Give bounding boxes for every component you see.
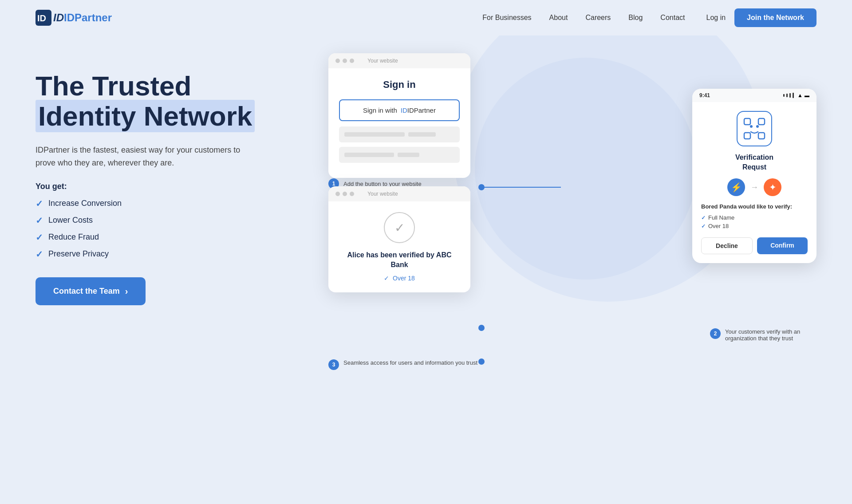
signin-prefix: Sign in with [363,106,397,114]
nav-blog[interactable]: Blog [628,14,643,21]
confirm-button[interactable]: Confirm [757,237,808,254]
mobile-verify-title: Verification [701,154,808,161]
nav-contact[interactable]: Contact [660,14,685,21]
svg-point-7 [750,125,753,128]
nav-links: For Businesses About Careers Blog Contac… [482,14,685,22]
hero-section: The Trusted Identity Network IDPartner i… [0,35,852,479]
verified-badge: ✓ Over 18 [339,275,460,282]
face-scan-icon [737,111,772,146]
step2-text: Your customers verify with an organizati… [725,328,816,342]
list-item: ✓ Full Name [701,213,808,222]
browser-label: Your website [357,191,409,197]
connector-line [481,183,570,192]
mobile-verify-subtitle: Requst [701,163,808,171]
signal-bar [783,94,785,97]
browser-header: Your website [328,186,470,201]
signal-bar [786,94,788,97]
mobile-signals: ▲ ▬ [783,92,809,98]
mobile-time: 9:41 [699,92,710,98]
svg-rect-6 [758,133,765,139]
badge-check-icon: ✓ [384,275,389,282]
browser-header: Your website [328,53,470,68]
verify-requester: Bored Panda would like to verify: [701,203,808,210]
logo[interactable]: ID IDIDPartner [36,10,112,26]
idpartner-logo-inline: IDIDPartner [401,106,436,114]
dot-icon [335,59,340,63]
verified-circle-icon: ✓ [384,212,415,243]
check-icon: ✓ [701,223,706,229]
check-icon: ✓ [36,249,43,260]
battery-icon: ▬ [805,93,809,98]
signal-bar [793,93,794,98]
form-field [408,132,436,137]
browser-label: Your website [357,58,409,64]
form-row [339,126,460,142]
org-icon-blue: ⚡ [727,178,745,196]
form-row [339,147,460,163]
verified-text: Alice has been verified by ABC Bank [339,250,460,270]
signin-idpartner-button[interactable]: Sign in with IDIDPartner [339,99,460,121]
navigation: ID IDIDPartner For Businesses About Care… [0,0,852,35]
hero-right: Your website Sign in Sign in with IDIDPa… [293,53,816,453]
org-icon-orange: ✦ [764,178,781,196]
nav-for-businesses[interactable]: For Businesses [482,14,531,21]
form-field [344,153,394,157]
feature-list: ✓ Increase Conversion ✓ Lower Costs ✓ Re… [36,198,266,260]
org-icons: ⚡ → ✦ [701,178,808,196]
arrow-right-icon: → [750,183,758,192]
step2-number: 2 [710,328,721,339]
dot-icon [350,59,354,63]
svg-point-8 [756,125,759,128]
check-icon: ✓ [701,215,706,221]
step2-callout: 2 Your customers verify with an organiza… [710,328,816,342]
login-link[interactable]: Log in [706,14,726,22]
logo-text: IDIDPartner [53,12,112,24]
nav-about[interactable]: About [549,14,568,21]
dot-icon [350,192,354,196]
list-item: ✓ Preserve Privacy [36,249,266,260]
step3-number: 3 [328,359,339,370]
signin-browser-card: Your website Sign in Sign in with IDIDPa… [328,53,470,178]
form-field [398,153,420,157]
list-item: ✓ Over 18 [701,222,808,230]
arrow-icon: › [125,286,128,296]
step3-callout: 3 Seamless access for users and informat… [328,359,477,370]
hero-description: IDPartner is the fastest, easiest way fo… [36,144,248,169]
step3-text: Seamless access for users and informatio… [343,359,477,366]
check-icon: ✓ [36,215,43,226]
verify-items: ✓ Full Name ✓ Over 18 [701,213,808,230]
mobile-buttons: Decline Confirm [701,237,808,254]
wifi-icon: ▲ [797,92,803,98]
verified-icon: ✓ [339,212,460,243]
svg-rect-3 [744,118,750,125]
decline-button[interactable]: Decline [701,237,753,254]
signal-bar [789,93,791,98]
check-icon: ✓ [36,198,43,209]
browser-body: Sign in Sign in with IDIDPartner [328,68,470,178]
nav-careers[interactable]: Careers [585,14,611,21]
hero-left: The Trusted Identity Network IDPartner i… [36,53,266,305]
list-item: ✓ Lower Costs [36,215,266,226]
dot-icon [335,192,340,196]
connector-dot [478,325,485,331]
mobile-body: Verification Requst ⚡ → ✦ Bored Panda wo… [692,102,816,263]
you-get-label: You get: [36,182,266,191]
svg-rect-4 [758,118,765,125]
svg-rect-5 [744,133,750,139]
mobile-header: 9:41 ▲ ▬ [692,89,816,102]
hero-title: The Trusted Identity Network [36,71,266,131]
contact-team-button[interactable]: Contact the Team › [36,277,146,305]
dot-icon [343,59,347,63]
verified-browser-card: Your website ✓ Alice has been verified b… [328,186,470,292]
join-network-button[interactable]: Join the Network [734,8,816,27]
mobile-card: 9:41 ▲ ▬ [692,89,816,263]
list-item: ✓ Reduce Fraud [36,232,266,243]
signin-title: Sign in [339,79,460,91]
browser-body: ✓ Alice has been verified by ABC Bank ✓ … [328,201,470,292]
svg-text:ID: ID [37,13,46,23]
form-field [344,132,405,137]
check-icon: ✓ [36,232,43,243]
list-item: ✓ Increase Conversion [36,198,266,209]
connector-dot [478,358,485,365]
dot-icon [343,192,347,196]
